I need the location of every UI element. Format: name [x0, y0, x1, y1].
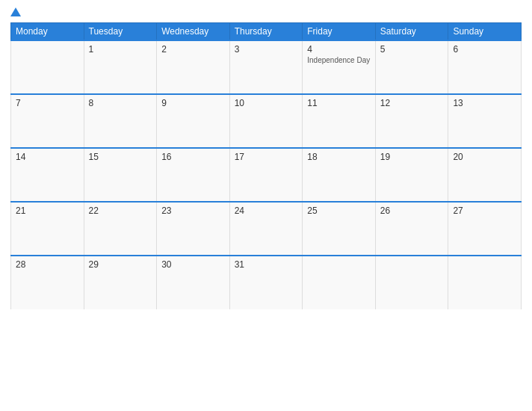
day-number: 4	[307, 44, 312, 55]
calendar-cell: 28	[11, 256, 84, 309]
calendar-cell: 11	[303, 94, 376, 148]
day-number: 30	[161, 259, 171, 270]
calendar-cell: 30	[157, 256, 230, 309]
day-number: 26	[380, 206, 390, 216]
day-number: 19	[380, 152, 390, 162]
calendar-cell: 22	[84, 202, 157, 256]
calendar-cell: 10	[229, 94, 303, 148]
calendar-cell: 2	[157, 40, 230, 94]
day-number: 25	[307, 206, 317, 216]
day-header-tuesday: Tuesday	[84, 23, 157, 41]
calendar-cell: 25	[303, 202, 376, 256]
week-row-2: 78910111213	[11, 94, 522, 148]
calendar-cell: 12	[375, 94, 448, 148]
calendar-cell	[375, 256, 448, 309]
calendar-cell: 19	[375, 148, 448, 202]
day-number: 15	[89, 152, 99, 162]
logo	[10, 7, 22, 16]
calendar-cell: 24	[229, 202, 303, 256]
calendar-cell: 6	[448, 40, 522, 94]
day-number: 18	[307, 152, 317, 162]
calendar-cell	[303, 256, 376, 309]
logo-triangle-icon	[10, 7, 21, 16]
header	[10, 7, 522, 16]
day-number: 8	[89, 98, 94, 108]
day-number: 1	[89, 44, 94, 55]
calendar-cell: 17	[229, 148, 303, 202]
day-header-sunday: Sunday	[448, 23, 522, 41]
week-row-5: 28293031	[11, 256, 522, 309]
day-number: 31	[235, 259, 244, 270]
calendar-cell: 8	[84, 94, 157, 148]
event-label: Independence Day	[307, 56, 371, 64]
calendar-cell: 4Independence Day	[303, 40, 376, 94]
day-number: 14	[16, 152, 25, 162]
day-number: 10	[235, 98, 244, 108]
calendar-table: MondayTuesdayWednesdayThursdayFridaySatu…	[10, 22, 522, 309]
day-header-friday: Friday	[303, 23, 376, 41]
calendar-cell: 26	[375, 202, 448, 256]
day-number: 9	[161, 98, 167, 108]
week-row-4: 21222324252627	[11, 202, 522, 256]
day-number: 3	[235, 44, 240, 55]
week-row-3: 14151617181920	[11, 148, 522, 202]
calendar-cell: 9	[157, 94, 230, 148]
day-number: 13	[453, 98, 463, 108]
day-number: 24	[235, 206, 244, 216]
calendar-cell	[11, 40, 84, 94]
day-number: 28	[16, 259, 25, 270]
calendar-cell: 5	[375, 40, 448, 94]
calendar-cell: 3	[229, 40, 303, 94]
calendar-cell: 16	[157, 148, 230, 202]
day-number: 22	[89, 206, 99, 216]
calendar-header: MondayTuesdayWednesdayThursdayFridaySatu…	[11, 23, 522, 41]
day-number: 6	[453, 44, 458, 55]
day-number: 12	[380, 98, 390, 108]
calendar-cell: 14	[11, 148, 84, 202]
calendar-cell: 1	[84, 40, 157, 94]
day-number: 20	[453, 152, 463, 162]
logo-blue-text	[10, 7, 22, 16]
calendar-cell: 7	[11, 94, 84, 148]
day-number: 2	[161, 44, 167, 55]
calendar-body: 1234Independence Day56789101112131415161…	[11, 40, 522, 309]
day-number: 7	[16, 98, 21, 108]
calendar-cell: 21	[11, 202, 84, 256]
day-number: 16	[161, 152, 171, 162]
calendar-cell: 29	[84, 256, 157, 309]
day-number: 11	[307, 98, 317, 108]
calendar-cell: 13	[448, 94, 522, 148]
day-number: 21	[16, 206, 25, 216]
week-row-1: 1234Independence Day56	[11, 40, 522, 94]
calendar-cell: 18	[303, 148, 376, 202]
day-number: 23	[161, 206, 171, 216]
calendar-cell	[448, 256, 522, 309]
days-header-row: MondayTuesdayWednesdayThursdayFridaySatu…	[11, 23, 522, 41]
day-number: 5	[380, 44, 386, 55]
day-header-monday: Monday	[11, 23, 84, 41]
day-header-saturday: Saturday	[375, 23, 448, 41]
calendar-cell: 20	[448, 148, 522, 202]
calendar-cell: 31	[229, 256, 303, 309]
calendar-page: MondayTuesdayWednesdayThursdayFridaySatu…	[0, 0, 532, 411]
day-number: 27	[453, 206, 463, 216]
day-number: 17	[235, 152, 244, 162]
calendar-cell: 27	[448, 202, 522, 256]
day-number: 29	[89, 259, 99, 270]
calendar-cell: 23	[157, 202, 230, 256]
calendar-cell: 15	[84, 148, 157, 202]
day-header-thursday: Thursday	[229, 23, 303, 41]
day-header-wednesday: Wednesday	[157, 23, 230, 41]
